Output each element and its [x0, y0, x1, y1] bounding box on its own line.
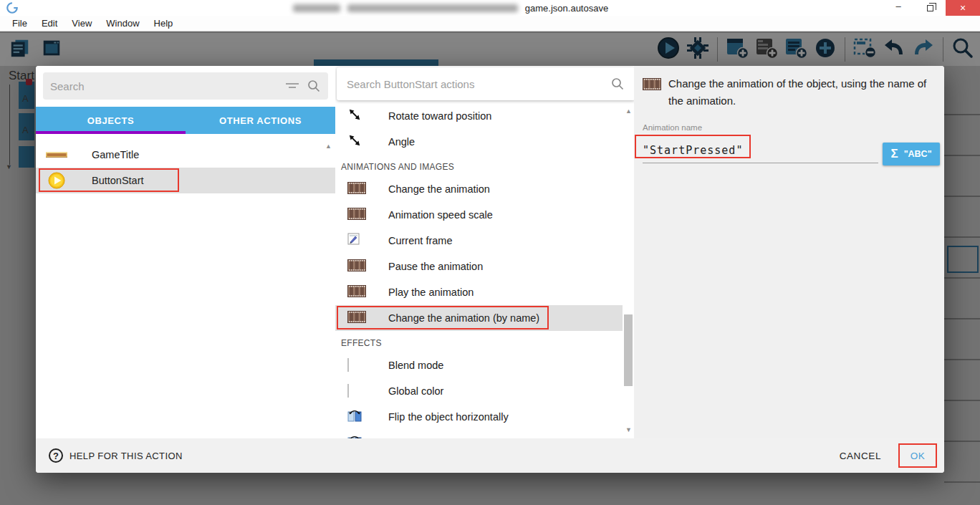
main-content: Start P ▼ A A OBJECTS	[0, 32, 980, 505]
object-row-buttonstart[interactable]: ButtonStart	[36, 168, 335, 193]
action-label: Play the animation	[388, 287, 474, 298]
minimize-button[interactable]: –	[883, 0, 914, 16]
action-chooser-panel: Rotate toward positionAngleANIMATIONS AN…	[335, 66, 634, 438]
action-label: Angle	[388, 136, 415, 148]
action-label: Animation speed scale	[388, 209, 493, 221]
tab-other-actions[interactable]: OTHER ACTIONS	[186, 107, 335, 134]
action-label: Global color	[388, 385, 443, 397]
ok-button[interactable]: OK	[898, 443, 937, 468]
objects-list: GameTitleButtonStart	[36, 134, 335, 438]
window-title-suffix: game.json.autosave	[525, 3, 608, 14]
title-bar: game.json.autosave – ×	[0, 0, 980, 16]
object-name: GameTitle	[92, 149, 139, 160]
action-label: Change the animation	[388, 183, 490, 195]
dialog-footer: ? HELP FOR THIS ACTION CANCEL OK	[36, 438, 944, 473]
scroll-up-arrow[interactable]: ▲	[625, 107, 632, 115]
film-icon	[347, 208, 366, 223]
flip-icon	[347, 409, 362, 425]
tab-label: OBJECTS	[87, 115, 135, 126]
menu-view[interactable]: View	[65, 16, 98, 30]
action-row-change-the-animation-by-name-[interactable]: Change the animation (by name)	[335, 305, 623, 331]
restore-button[interactable]	[914, 0, 946, 16]
play-button-sprite-icon	[46, 172, 67, 189]
film-icon	[347, 311, 366, 326]
animation-name-label: Animation name	[643, 123, 702, 132]
action-row-flip-the-object-horizontally[interactable]: Flip the object horizontally	[335, 404, 623, 430]
scroll-up-arrow[interactable]: ▲	[325, 143, 332, 150]
action-row-play-the-animation[interactable]: Play the animation	[335, 279, 623, 305]
action-description: Change the animation of the object, usin…	[643, 75, 934, 110]
action-editor-dialog: OBJECTS OTHER ACTIONS GameTitleButtonSta…	[36, 66, 944, 473]
object-name: ButtonStart	[92, 175, 144, 186]
scroll-down-arrow[interactable]: ▼	[625, 426, 632, 433]
action-parameters-panel: Change the animation of the object, usin…	[634, 66, 944, 438]
action-row-rotate-toward-position[interactable]: Rotate toward position	[335, 103, 623, 129]
rotate-icon	[347, 133, 362, 150]
rotate-icon	[347, 107, 362, 125]
blurred-title-text	[347, 4, 518, 12]
film-icon	[643, 78, 661, 110]
ok-label: OK	[911, 451, 926, 461]
action-search-box	[337, 67, 634, 100]
blurred-title-text	[293, 4, 340, 12]
game-title-sprite-icon	[46, 150, 67, 159]
menu-window[interactable]: Window	[100, 16, 145, 30]
animation-name-field	[643, 138, 878, 163]
action-row-global-color[interactable]: Global color	[335, 378, 623, 404]
object-row-gametitle[interactable]: GameTitle	[36, 142, 335, 168]
sigma-icon: Σ	[890, 147, 898, 161]
cancel-button[interactable]: CANCEL	[835, 445, 885, 467]
tab-objects[interactable]: OBJECTS	[36, 107, 186, 134]
section-header: EFFECTS	[335, 331, 623, 352]
frame-icon	[347, 233, 360, 249]
film-icon	[347, 259, 366, 274]
help-button[interactable]: ? HELP FOR THIS ACTION	[49, 448, 183, 463]
object-search-input[interactable]	[50, 80, 278, 92]
action-label: Flip the object horizontally	[388, 411, 509, 423]
filter-icon[interactable]	[285, 81, 299, 91]
action-label: Blend mode	[388, 360, 443, 371]
action-search-input[interactable]	[347, 78, 603, 90]
action-row-partial[interactable]	[335, 430, 623, 438]
action-row-angle[interactable]: Angle	[335, 129, 623, 155]
help-icon: ?	[49, 448, 63, 463]
action-description-text: Change the animation of the object, usin…	[668, 75, 934, 110]
action-label: Pause the animation	[388, 261, 483, 272]
action-row-current-frame[interactable]: Current frame	[335, 228, 623, 254]
film-icon	[347, 182, 366, 197]
animation-name-input[interactable]	[643, 144, 878, 157]
action-row-animation-speed-scale[interactable]: Animation speed scale	[335, 202, 623, 228]
section-header: ANIMATIONS AND IMAGES	[335, 155, 623, 176]
gdevelop-logo-icon	[6, 1, 19, 14]
menu-edit[interactable]: Edit	[35, 16, 64, 30]
window-title: game.json.autosave	[19, 0, 883, 16]
search-icon	[610, 77, 625, 91]
film-icon	[347, 285, 366, 300]
action-label: Current frame	[388, 235, 452, 246]
scrollbar-thumb[interactable]	[624, 314, 633, 386]
menu-bar: FileEditViewWindowHelp	[0, 16, 980, 32]
action-row-pause-the-animation[interactable]: Pause the animation	[335, 254, 623, 279]
object-tabs: OBJECTS OTHER ACTIONS	[36, 107, 335, 134]
menu-file[interactable]: File	[6, 16, 34, 30]
action-label: Rotate toward position	[388, 110, 491, 122]
object-chooser-panel: OBJECTS OTHER ACTIONS GameTitleButtonSta…	[36, 66, 335, 438]
search-icon	[307, 79, 321, 93]
tab-label: OTHER ACTIONS	[219, 115, 302, 126]
restore-icon	[927, 5, 933, 11]
expression-editor-button[interactable]: Σ "ABC"	[883, 143, 940, 165]
action-row-blend-mode[interactable]: Blend mode	[335, 352, 623, 378]
close-button[interactable]: ×	[946, 0, 980, 16]
color-icon	[347, 359, 349, 372]
color-icon	[347, 385, 349, 398]
action-label: Change the animation (by name)	[388, 312, 539, 324]
menu-help[interactable]: Help	[148, 16, 180, 30]
object-search-box	[43, 72, 328, 100]
action-row-change-the-animation[interactable]: Change the animation	[335, 176, 623, 202]
actions-list: Rotate toward positionAngleANIMATIONS AN…	[335, 102, 623, 438]
